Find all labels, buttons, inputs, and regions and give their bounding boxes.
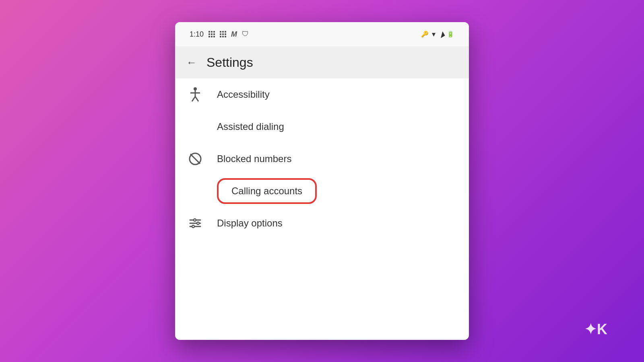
calling-accounts-item[interactable]: Calling accounts	[217, 178, 317, 204]
gmail-icon: M	[231, 30, 237, 39]
svg-point-12	[197, 222, 199, 224]
svg-line-4	[195, 97, 198, 101]
accessibility-icon	[186, 87, 204, 102]
settings-content: Accessibility Assisted dialing Blocked n…	[175, 78, 469, 340]
phone-frame: 1:10 M 🛡 🔑 ▾ ◢ 🔋 ← Settings	[175, 22, 469, 340]
key-icon: 🔑	[421, 31, 429, 38]
blocked-numbers-label: Blocked numbers	[217, 153, 291, 165]
accessibility-item[interactable]: Accessibility	[175, 78, 469, 111]
shield-icon: 🛡	[242, 30, 249, 38]
calling-accounts-label: Calling accounts	[231, 185, 302, 196]
svg-point-9	[194, 219, 196, 221]
settings-header: ← Settings	[175, 46, 469, 78]
page-title: Settings	[206, 55, 253, 70]
display-options-label: Display options	[217, 218, 283, 229]
accessibility-label: Accessibility	[217, 89, 270, 100]
status-bar-left: 1:10 M 🛡	[190, 30, 249, 39]
blocked-icon	[186, 152, 204, 166]
wifi-icon: ▾	[432, 30, 436, 39]
svg-point-0	[194, 87, 197, 90]
svg-line-3	[192, 97, 195, 101]
status-time: 1:10	[190, 30, 204, 39]
dots-grid-icon-2	[220, 31, 226, 37]
svg-point-15	[192, 225, 194, 228]
display-options-icon	[186, 217, 204, 229]
signal-icon: ◢	[437, 30, 445, 39]
watermark: ✦K	[584, 321, 608, 338]
calling-accounts-wrapper: Calling accounts	[175, 175, 469, 207]
back-button[interactable]: ←	[186, 56, 197, 69]
blocked-numbers-item[interactable]: Blocked numbers	[175, 143, 469, 175]
battery-icon: 🔋	[447, 31, 454, 38]
dots-grid-icon-1	[208, 31, 215, 37]
status-bar-right: 🔑 ▾ ◢ 🔋	[421, 30, 454, 39]
status-bar: 1:10 M 🛡 🔑 ▾ ◢ 🔋	[175, 22, 469, 46]
svg-line-6	[190, 154, 200, 164]
assisted-dialing-label: Assisted dialing	[217, 121, 284, 132]
assisted-dialing-item[interactable]: Assisted dialing	[175, 111, 469, 143]
display-options-item[interactable]: Display options	[175, 207, 469, 239]
